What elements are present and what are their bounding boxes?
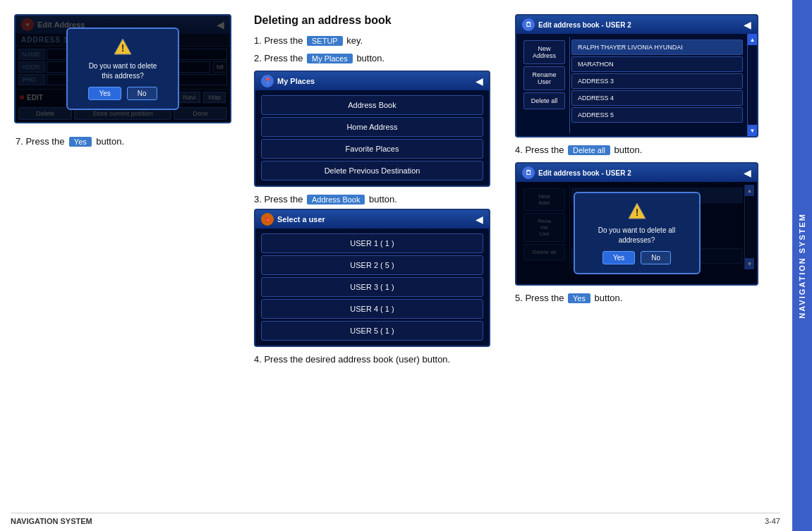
- rename-user-btn[interactable]: RenameUser: [523, 66, 565, 90]
- footer-right-text: 3-47: [765, 517, 780, 525]
- step4-right-text: 4. Press the: [515, 145, 564, 155]
- edit-address-screen: ♥ Edit Address ◀ ADDRESS 1 NAME: [14, 14, 231, 123]
- edit-ab-screen-1: 🗒 Edit address book - USER 2 ◀ NewAddres…: [515, 14, 758, 138]
- my-places-delete-prev[interactable]: Delete Previous Destination: [261, 161, 483, 181]
- step5-yes-btn-inline: Yes: [568, 293, 590, 303]
- my-places-screen: 📍 My Places ◀ Address Book Home Address …: [254, 71, 490, 187]
- step7-text: 7. Press the: [16, 136, 64, 147]
- step7-instruction: 7. Press the Yes button.: [14, 132, 247, 150]
- step1-setup-btn: SETUP: [307, 36, 343, 46]
- user-4-btn[interactable]: USER 4 ( 1 ): [261, 299, 483, 319]
- warning-icon: !: [113, 37, 133, 57]
- dialog-text: Do you want to deletethis address?: [79, 61, 166, 81]
- ab-item-4[interactable]: ADDRESS 4: [571, 90, 743, 106]
- step1-end: key.: [346, 35, 363, 46]
- user-3-btn[interactable]: USER 3 ( 1 ): [261, 277, 483, 297]
- step2-myplaces-btn: My Places: [307, 54, 353, 63]
- delete-all-btn-1[interactable]: Delete all: [523, 92, 565, 109]
- step3-end: button.: [369, 194, 397, 205]
- scroll-down-icon[interactable]: ▼: [748, 125, 757, 136]
- edit-ab-2-title: Edit address book - USER 2: [538, 169, 631, 177]
- select-user-screen: 🔖 Select a user ◀ USER 1 ( 1 ) USER 2 ( …: [254, 209, 490, 347]
- edit-ab-screen-2: 🗒 Edit address book - USER 2 ◀ NewAddr R…: [515, 162, 758, 286]
- step5-text: 5. Press the: [515, 293, 564, 303]
- ab-item-3[interactable]: ADDRESS 3: [571, 73, 743, 89]
- my-places-title: My Places: [277, 77, 315, 85]
- ab-item-5[interactable]: ADDRESS 5: [571, 107, 743, 123]
- ab-item-2[interactable]: MARATHON: [571, 56, 743, 72]
- page-footer: NAVIGATION SYSTEM 3-47: [11, 513, 780, 525]
- delete-all-yes-btn[interactable]: Yes: [602, 251, 635, 264]
- step4-right-end: button.: [614, 145, 642, 155]
- ab-left-panel-1: NewAddress RenameUser Delete all: [519, 37, 570, 133]
- scroll-track: [748, 45, 757, 125]
- right-column: 🗒 Edit address book - USER 2 ◀ NewAddres…: [511, 11, 780, 503]
- delete-all-dialog-buttons: Yes No: [586, 251, 688, 264]
- my-places-icon: 📍: [261, 75, 274, 87]
- delete-all-dialog-text: Do you want to delete alladdresses?: [586, 226, 688, 245]
- edit-ab-2-icon: 🗒: [522, 166, 535, 179]
- my-places-home-address[interactable]: Home Address: [261, 117, 483, 137]
- step4-text: 4. Press the desired address book (user)…: [254, 354, 450, 365]
- delete-all-dialog-box: ! Do you want to delete alladdresses? Ye…: [574, 192, 701, 274]
- step3-instruction: 3. Press the Address Book button.: [254, 194, 508, 205]
- step3-ab-btn: Address Book: [307, 195, 365, 205]
- new-address-btn[interactable]: NewAddress: [523, 40, 565, 64]
- step1-text: 1. Press the: [254, 35, 303, 46]
- sidebar-label: NAVIGATION SYSTEM: [798, 213, 806, 319]
- footer-left-text: NAVIGATION SYSTEM: [11, 517, 92, 525]
- dialog-buttons: Yes No: [79, 87, 166, 100]
- section-title: Deleting an address book: [254, 14, 508, 27]
- left-column: ♥ Edit Address ◀ ADDRESS 1 NAME: [11, 11, 250, 503]
- edit-ab-1-title: Edit address book - USER 2: [538, 21, 631, 29]
- step5-end: button.: [595, 293, 623, 303]
- navigation-sidebar: NAVIGATION SYSTEM: [792, 0, 812, 531]
- dialog-yes-btn[interactable]: Yes: [88, 87, 121, 100]
- delete-all-no-btn[interactable]: No: [641, 251, 671, 264]
- dialog-box: ! Do you want to deletethis address? Yes…: [66, 28, 179, 110]
- step7-yes-btn-inline: Yes: [69, 137, 92, 147]
- edit-ab-1-icon: 🗒: [522, 18, 535, 31]
- warning-icon-2: !: [627, 202, 647, 221]
- step4-delete-btn-inline: Delete all: [568, 145, 610, 155]
- step1-instruction: 1. Press the SETUP key.: [254, 35, 508, 46]
- ab-scrollbar-1[interactable]: ▲ ▼: [747, 34, 757, 136]
- step4-right-instruction: 4. Press the Delete all button.: [515, 145, 776, 155]
- ab-item-1[interactable]: RALPH THAYER LIVONIA HYUNDAI: [571, 39, 743, 55]
- my-places-address-book[interactable]: Address Book: [261, 95, 483, 115]
- my-places-back-icon[interactable]: ◀: [475, 75, 483, 87]
- svg-text:!: !: [121, 42, 125, 54]
- scroll-up-icon[interactable]: ▲: [748, 34, 757, 45]
- step2-instruction: 2. Press the My Places button.: [254, 53, 508, 63]
- step7-end-text: button.: [96, 136, 124, 147]
- edit-ab-1-back-icon[interactable]: ◀: [744, 19, 751, 30]
- svg-text:!: !: [635, 207, 638, 218]
- select-user-icon: 🔖: [261, 213, 274, 226]
- select-user-title: Select a user: [277, 215, 325, 224]
- delete-dialog: ! Do you want to deletethis address? Yes…: [16, 16, 230, 122]
- user-1-btn[interactable]: USER 1 ( 1 ): [261, 233, 483, 253]
- ab-right-panel-1: RALPH THAYER LIVONIA HYUNDAI MARATHON AD…: [570, 37, 754, 133]
- mid-column: Deleting an address book 1. Press the SE…: [250, 11, 511, 503]
- dialog-no-btn[interactable]: No: [127, 87, 157, 100]
- step2-text: 2. Press the: [254, 53, 303, 63]
- step4-instruction: 4. Press the desired address book (user)…: [254, 354, 508, 365]
- step2-end: button.: [356, 53, 384, 63]
- step5-instruction: 5. Press the Yes button.: [515, 293, 776, 303]
- delete-all-dialog: ! Do you want to delete alladdresses? Ye…: [516, 182, 757, 284]
- edit-ab-2-back-icon[interactable]: ◀: [744, 167, 751, 178]
- user-5-btn[interactable]: USER 5 ( 1 ): [261, 321, 483, 341]
- step3-text: 3. Press the: [254, 194, 303, 205]
- user-2-btn[interactable]: USER 2 ( 5 ): [261, 255, 483, 275]
- my-places-favorite[interactable]: Favorite Places: [261, 139, 483, 159]
- select-user-back-icon[interactable]: ◀: [475, 214, 483, 225]
